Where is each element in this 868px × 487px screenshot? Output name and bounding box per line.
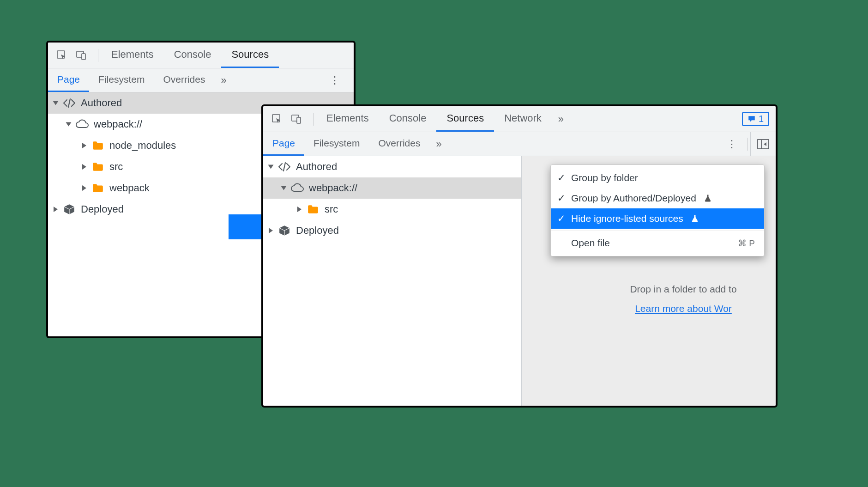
issues-badge[interactable]: 1 <box>742 112 769 126</box>
tree-label: src <box>325 203 338 215</box>
tree-label: webpack:// <box>309 182 357 194</box>
menu-group-by-folder[interactable]: ✓ Group by folder <box>551 168 764 188</box>
code-icon <box>277 162 291 172</box>
tree-folder-src[interactable]: src <box>263 199 521 220</box>
tree-webpack[interactable]: webpack:// <box>263 177 521 199</box>
helper-line: Drop in a folder to add to <box>596 284 771 295</box>
flask-icon <box>704 194 712 202</box>
tabbar-overflow[interactable]: » <box>552 113 570 125</box>
helper-text: Drop in a folder to add to Learn more ab… <box>596 284 771 314</box>
divider <box>313 113 313 126</box>
menu-separator <box>551 231 764 231</box>
menu-hide-ignore-listed-sources[interactable]: ✓ Hide ignore-listed sources <box>551 208 764 229</box>
subtab-page[interactable]: Page <box>263 132 304 156</box>
tabbar: Elements Console Sources <box>48 43 354 68</box>
inspect-icon[interactable] <box>56 50 67 61</box>
cube-icon <box>277 225 291 237</box>
tree-label: Authored <box>296 161 337 173</box>
menu-item-label: Group by Authored/Deployed <box>571 193 696 204</box>
tab-sources[interactable]: Sources <box>436 106 494 132</box>
tab-console[interactable]: Console <box>379 106 437 132</box>
tabbar: Elements Console Sources Network » 1 <box>263 106 776 132</box>
flask-icon <box>691 214 699 223</box>
inspect-icon[interactable] <box>271 114 283 125</box>
tree-label: Deployed <box>296 225 339 237</box>
svg-rect-2 <box>82 54 85 60</box>
device-toggle-icon[interactable] <box>76 50 87 61</box>
tree-label: Authored <box>81 97 122 109</box>
tree-label: src <box>109 161 123 173</box>
subtab-page[interactable]: Page <box>48 68 89 92</box>
chevron-right-icon <box>54 207 58 212</box>
check-icon: ✓ <box>556 193 567 204</box>
menu-item-label: Hide ignore-listed sources <box>571 213 683 224</box>
sources-tree: Authored webpack:// src Deployed <box>263 156 522 406</box>
tree-label: node_modules <box>109 140 176 152</box>
tab-network[interactable]: Network <box>494 106 552 132</box>
tab-sources[interactable]: Sources <box>221 43 279 68</box>
tree-label: webpack:// <box>94 118 142 130</box>
helper-learn-more-link[interactable]: Learn more about Wor <box>635 303 732 314</box>
chevron-down-icon <box>66 122 72 127</box>
subtab-filesystem[interactable]: Filesystem <box>89 68 154 92</box>
more-options-icon[interactable]: ⋮ <box>719 138 744 150</box>
tree-label: webpack <box>109 182 150 194</box>
tree-authored[interactable]: Authored <box>263 156 521 177</box>
divider <box>98 49 98 62</box>
subtab-overrides[interactable]: Overrides <box>369 132 429 156</box>
chevron-right-icon <box>82 143 86 148</box>
folder-icon <box>306 204 320 214</box>
sources-subbar: Page Filesystem Overrides » ⋮ <box>263 132 776 156</box>
chevron-right-icon <box>82 185 86 191</box>
folder-icon <box>91 183 105 193</box>
check-icon: ✓ <box>556 213 567 224</box>
comment-icon <box>747 115 756 123</box>
tree-deployed[interactable]: Deployed <box>263 220 521 241</box>
svg-rect-6 <box>758 140 769 149</box>
cloud-icon <box>290 183 304 193</box>
tab-elements[interactable]: Elements <box>101 43 164 68</box>
subtab-overflow[interactable]: » <box>429 138 448 150</box>
chevron-down-icon <box>268 165 274 169</box>
more-options-icon[interactable]: ⋮ <box>322 74 347 86</box>
folder-icon <box>91 140 105 151</box>
sources-context-menu: ✓ Group by folder ✓ Group by Authored/De… <box>550 164 765 256</box>
device-toggle-icon[interactable] <box>291 114 302 125</box>
tab-console[interactable]: Console <box>164 43 222 68</box>
menu-item-label: Group by folder <box>571 172 638 183</box>
tree-label: Deployed <box>81 203 124 215</box>
chevron-right-icon <box>269 228 273 233</box>
subtab-overrides[interactable]: Overrides <box>154 68 214 92</box>
folder-icon <box>91 162 105 172</box>
cube-icon <box>62 203 76 215</box>
subtab-overflow[interactable]: » <box>214 74 233 86</box>
cloud-icon <box>75 119 89 129</box>
subtab-filesystem[interactable]: Filesystem <box>304 132 369 156</box>
chevron-down-icon <box>281 186 287 190</box>
tab-elements[interactable]: Elements <box>316 106 379 132</box>
divider <box>747 138 747 151</box>
menu-item-label: Open file <box>571 237 610 249</box>
check-icon: ✓ <box>556 172 567 183</box>
menu-open-file[interactable]: Open file ⌘ P <box>551 233 764 253</box>
chevron-right-icon <box>297 207 301 212</box>
menu-shortcut: ⌘ P <box>738 238 755 249</box>
code-icon <box>62 98 76 108</box>
sources-subbar: Page Filesystem Overrides » ⋮ <box>48 68 354 92</box>
chevron-down-icon <box>53 101 59 105</box>
chevron-right-icon <box>82 164 86 170</box>
svg-rect-5 <box>297 117 301 123</box>
badge-count: 1 <box>759 114 764 124</box>
collapse-sidebar-icon[interactable] <box>750 132 776 156</box>
menu-group-by-authored-deployed[interactable]: ✓ Group by Authored/Deployed <box>551 188 764 208</box>
